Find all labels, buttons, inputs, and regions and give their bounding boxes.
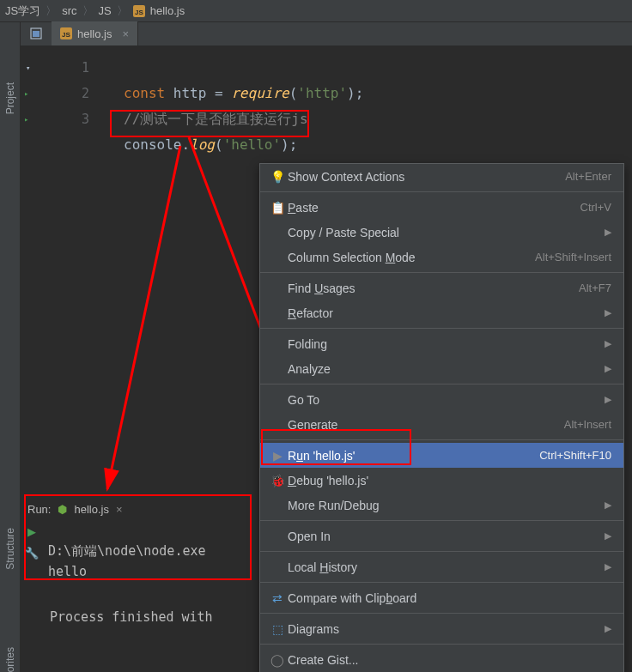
node-icon: ⬢ (58, 503, 67, 516)
menu-separator (260, 191, 623, 192)
window-popout-icon[interactable] (21, 21, 52, 45)
bc-file[interactable]: hello.js (150, 4, 185, 17)
github-icon: ◯ (267, 653, 288, 667)
sidebar-favorites-tab[interactable]: orites (4, 647, 16, 672)
menu-open-in[interactable]: Open In ▶ (260, 524, 623, 548)
menu-compare-clipboard[interactable]: ⇄ Compare with Clipboard (260, 585, 623, 610)
menu-separator (260, 551, 623, 552)
chevron-right-icon: ▶ (605, 338, 611, 349)
context-menu: 💡 Show Context Actions Alt+Enter 📋 Paste… (259, 163, 624, 672)
diagram-icon: ⬚ (267, 622, 288, 636)
menu-separator (260, 520, 623, 521)
sidebar-project-tab[interactable]: Project (4, 82, 16, 114)
chevron-right-icon: ▶ (605, 499, 611, 511)
menu-folding[interactable]: Folding ▶ (260, 331, 623, 356)
menu-separator (260, 644, 623, 645)
svg-rect-3 (33, 31, 40, 37)
bc-subfolder[interactable]: JS (99, 4, 112, 17)
menu-copy-paste-special[interactable]: Copy / Paste Special ▶ (260, 220, 623, 245)
menu-more-run-debug[interactable]: More Run/Debug ▶ (260, 493, 623, 518)
menu-local-history[interactable]: Local History ▶ (260, 554, 623, 579)
menu-analyze[interactable]: Analyze ▶ (260, 356, 623, 381)
menu-separator (260, 384, 623, 384)
svg-text:JS: JS (62, 31, 70, 39)
close-icon[interactable]: × (122, 27, 129, 40)
line-gutter: ▾1 ▸2 ▸3 (21, 55, 106, 132)
bulb-icon: 💡 (267, 170, 288, 184)
run-icon[interactable]: ▶ (27, 525, 36, 538)
close-icon[interactable]: × (116, 503, 123, 516)
svg-text:JS: JS (135, 9, 143, 16)
fold-chevron-icon[interactable]: ▾ (26, 55, 30, 81)
breadcrumb: JS学习 〉 src 〉 JS 〉 JS hello.js (0, 0, 632, 22)
js-file-icon: JS (133, 5, 145, 17)
chevron-right-icon: ▶ (605, 394, 611, 405)
run-marker-icon[interactable]: ▸ (24, 106, 28, 132)
debug-icon: 🐞 (267, 474, 288, 487)
menu-find-usages[interactable]: Find Usages Alt+F7 (260, 275, 623, 300)
run-output[interactable]: D:\前端\node\node.exe hello (43, 520, 206, 602)
run-icon: ▶ (267, 449, 288, 463)
process-finished-text: Process finished with (50, 609, 213, 625)
chevron-right-icon: ▶ (605, 530, 611, 542)
compare-icon: ⇄ (267, 591, 288, 605)
menu-separator (260, 613, 623, 614)
chevron-right-icon: ▶ (605, 363, 611, 374)
bc-folder[interactable]: src (62, 4, 76, 17)
run-header: Run: ⬢ hello.js × (21, 498, 252, 520)
clipboard-icon: 📋 (267, 201, 288, 215)
run-marker-icon[interactable]: ▸ (24, 81, 28, 106)
chevron-right-icon: ▶ (605, 561, 611, 572)
menu-run[interactable]: ▶ Run 'hello.js' Ctrl+Shift+F10 (260, 443, 623, 468)
menu-debug[interactable]: 🐞 Debug 'hello.js' (260, 468, 623, 493)
menu-refactor[interactable]: Refactor ▶ (260, 300, 623, 325)
menu-diagrams[interactable]: ⬚ Diagrams ▶ (260, 616, 623, 641)
bc-root[interactable]: JS学习 (5, 3, 40, 19)
chevron-right-icon: ▶ (605, 307, 611, 318)
left-tool-sidebar: Project Structure orites (0, 22, 21, 672)
wrench-icon[interactable]: 🔧 (25, 547, 39, 560)
sidebar-structure-tab[interactable]: Structure (4, 528, 16, 570)
run-title: Run: (27, 503, 51, 516)
run-config-name: hello.js (74, 503, 108, 516)
bc-sep: 〉 (117, 3, 128, 19)
tab-hello-js[interactable]: JS hello.js × (52, 21, 138, 45)
run-tool-window: Run: ⬢ hello.js × ▶ 🔧 D:\前端\node\node.ex… (21, 498, 252, 602)
menu-separator (260, 582, 623, 583)
menu-paste[interactable]: 📋 Paste Ctrl+V (260, 195, 623, 220)
menu-separator (260, 439, 623, 440)
run-side-toolbar: ▶ 🔧 (21, 520, 43, 560)
tab-label: hello.js (77, 27, 112, 40)
chevron-right-icon: ▶ (605, 227, 611, 238)
menu-separator (260, 272, 623, 273)
menu-create-gist[interactable]: ◯ Create Gist... (260, 647, 623, 672)
bc-sep: 〉 (46, 3, 57, 19)
menu-column-selection[interactable]: Column Selection Mode Alt+Shift+Insert (260, 245, 623, 269)
chevron-right-icon: ▶ (605, 623, 611, 634)
bc-sep: 〉 (82, 3, 94, 19)
menu-go-to[interactable]: Go To ▶ (260, 387, 623, 412)
editor-tab-bar: JS hello.js × (21, 22, 632, 46)
menu-show-context-actions[interactable]: 💡 Show Context Actions Alt+Enter (260, 164, 623, 189)
js-file-icon: JS (60, 27, 72, 39)
menu-separator (260, 328, 623, 329)
menu-generate[interactable]: Generate Alt+Insert (260, 412, 623, 437)
